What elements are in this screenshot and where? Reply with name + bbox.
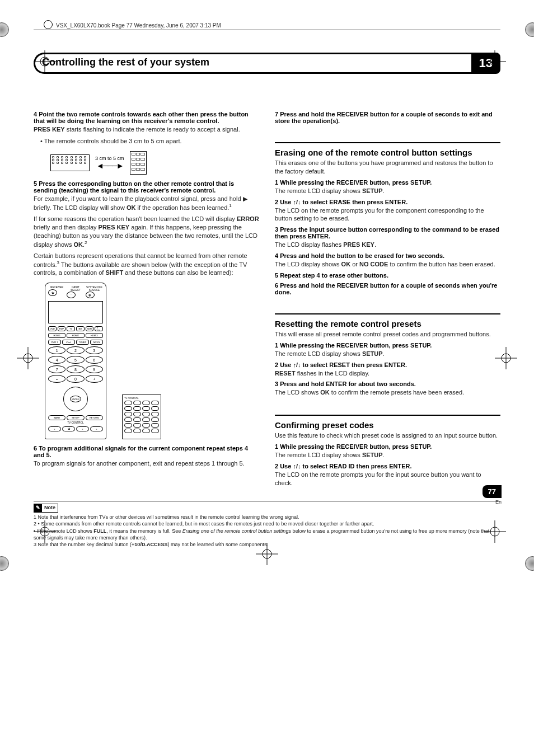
crop-mark <box>484 520 506 543</box>
receiver-remote-icon <box>130 151 147 175</box>
reset-step-2-body: RESET flashes in the LCD display. <box>275 369 500 378</box>
reset-step-1-body: The remote LCD display shows SETUP. <box>275 350 500 358</box>
erase-step-1-body: The remote LCD display shows SETUP. <box>275 187 500 195</box>
reset-step-3-body: The LCD shows OK to confirm the remote p… <box>275 388 500 397</box>
reset-step-2: 2 Use ↑/↓ to select RESET then press ENT… <box>275 361 500 368</box>
crop-mark <box>484 50 506 73</box>
footnote-section: ✎Note 1 Note that interference from TVs … <box>34 501 500 548</box>
main-remote-illustration: RECEIVER⏻ INPUT SELECT⌒ SYSTEM OFFSOURCE… <box>45 283 106 439</box>
left-column: 4 Point the two remote controls towards … <box>34 107 259 487</box>
step-7-heading: 7 Press and hold the RECEIVER button for… <box>275 111 500 124</box>
step-4-bullet: The remote controls should be 3 cm to 5 … <box>40 137 259 145</box>
step-5-body-1: For example, if you want to learn the pl… <box>34 195 259 212</box>
erasing-heading: Erasing one of the remote control button… <box>275 142 500 158</box>
chapter-title: Controlling the rest of your system <box>42 57 465 68</box>
erase-step-3: 3 Press the input source button correspo… <box>275 226 500 240</box>
book-page-header: VSX_LX60LX70.book Page 77 Wednesday, Jun… <box>34 22 500 30</box>
step-6-body: To program signals for another component… <box>34 459 259 468</box>
confirm-step-1: 1 While pressing the RECEIVER button, pr… <box>275 443 500 450</box>
crop-mark <box>256 543 278 565</box>
other-remote-icon <box>50 154 90 171</box>
remote-diagram: RECEIVER⏻ INPUT SELECT⌒ SYSTEM OFFSOURCE… <box>45 283 259 439</box>
footnote-2b: • If the remote LCD shows FULL, it means… <box>34 528 500 541</box>
page-number: 77 <box>483 485 502 498</box>
erase-step-4: 4 Press and hold the button to be erased… <box>275 252 500 259</box>
remote-distance-diagram: 3 cm to 5 cm ◄───► <box>50 151 259 175</box>
step-5-heading: 5 Press the corresponding button on the … <box>34 180 259 194</box>
reset-step-1: 1 While pressing the RECEIVER button, pr… <box>275 342 500 349</box>
step-5-body-3: Certain buttons represent operations tha… <box>34 252 259 277</box>
confirm-intro: Use this feature to check which preset c… <box>275 431 500 440</box>
erase-step-6: 6 Press and hold the RECEIVER button for… <box>275 282 500 295</box>
erase-step-4-body: The LCD display shows OK or NO CODE to c… <box>275 260 500 269</box>
footnote-1: 1 Note that interference from TVs or oth… <box>34 514 500 521</box>
step-4-heading: 4 Point the two remote controls towards … <box>34 111 259 124</box>
erase-step-5: 5 Repeat step 4 to erase other buttons. <box>275 272 500 279</box>
confirm-heading: Confirming preset codes <box>275 415 500 430</box>
step-6-heading: 6 To program additional signals for the … <box>34 445 259 458</box>
note-label: ✎Note <box>34 504 58 513</box>
footnote-2a: 2 • Some commands from other remote cont… <box>34 521 500 528</box>
side-remote-illustration: TV CONTROL <box>122 395 161 439</box>
crop-mark <box>34 520 56 543</box>
print-register-disc <box>0 22 9 37</box>
print-register-disc <box>525 22 534 37</box>
erase-intro: This erases one of the buttons you have … <box>275 159 500 176</box>
reset-step-3: 3 Press and hold ENTER for about two sec… <box>275 381 500 387</box>
crop-mark <box>495 347 517 369</box>
page-language: En <box>495 499 502 505</box>
reset-intro: This will erase all preset remote contro… <box>275 330 500 339</box>
chapter-header: Controlling the rest of your system 13 <box>34 53 500 74</box>
erase-step-2: 2 Use ↑/↓ to select ERASE then press ENT… <box>275 199 500 205</box>
confirm-step-1-body: The remote LCD display shows SETUP. <box>275 451 500 459</box>
reset-heading: Resetting the remote control presets <box>275 313 500 329</box>
erase-step-2-body: The LCD on the remote prompts you for th… <box>275 206 500 223</box>
erase-step-3-body: The LCD display flashes PRES KEY. <box>275 241 500 249</box>
step-5-body-2: If for some reasons the operation hasn't… <box>34 215 259 248</box>
erase-step-1: 1 While pressing the RECEIVER button, pr… <box>275 179 500 186</box>
right-column: 7 Press and hold the RECEIVER button for… <box>275 107 500 487</box>
print-register-disc <box>525 556 534 571</box>
print-register-disc <box>0 556 9 571</box>
confirm-step-2: 2 Use ↑/↓ to select READ ID then press E… <box>275 463 500 469</box>
distance-label: 3 cm to 5 cm ◄───► <box>95 156 124 170</box>
confirm-step-2-body: The LCD on the remote prompts you for th… <box>275 471 500 487</box>
step-4-body: PRES KEY starts flashing to indicate the… <box>34 125 259 134</box>
crop-mark <box>17 347 39 369</box>
crop-mark <box>34 50 56 73</box>
